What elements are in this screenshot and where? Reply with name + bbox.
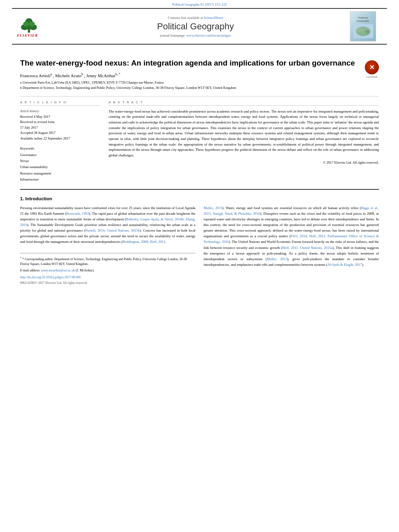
intro-col-right: Muller, 2015). Water, energy and food sy…: [204, 205, 379, 286]
footnote-email-line: E-mail address: jenny.mcarthur@ucl.ac.uk…: [20, 268, 195, 273]
info-abstract-section: A R T I C L E I N F O Article history: R…: [20, 101, 379, 183]
email-label: E-mail address:: [20, 269, 40, 272]
section-number: 1.: [20, 196, 24, 201]
elsevier-logo-block: ELSEVIER: [17, 15, 41, 37]
ref-bulkeley: Bulkeley, Luque-Ayala, & Silver, 2014b; …: [20, 217, 195, 227]
journal-cover-thumbnail: Political Geography: [350, 11, 376, 41]
crossmark-badge: ✕ CrossMark: [365, 60, 379, 78]
doi-line: http://dx.doi.org/10.1016/j.polgeo.2017.…: [20, 275, 195, 280]
sciencedirect-link[interactable]: ScienceDirect: [204, 16, 223, 20]
main-content: ✕ CrossMark The water-energy-food nexus:…: [0, 45, 399, 294]
header-divider: [20, 96, 379, 97]
authors-line: Francesca Artiolia , Michele Acutob , Je…: [20, 72, 379, 78]
affiliation-b: b Department of Science, Technology, Eng…: [20, 85, 379, 90]
ref-muller-start: Muller, 2015: [204, 206, 222, 210]
copyright-line: © 2017 Elsevier Ltd. All rights reserved…: [109, 160, 379, 164]
journal-homepage: journal homepage: www.elsevier.com/locat…: [41, 33, 350, 37]
sciencedirect-prefix: Contents lists available at: [168, 16, 203, 20]
received-date: Received 4 May 2017: [20, 114, 101, 120]
introduction-title: 1. Introduction: [20, 196, 379, 201]
homepage-prefix: journal homepage:: [160, 33, 186, 37]
article-info-column: A R T I C L E I N F O Article history: R…: [20, 101, 101, 183]
page: Political Geography 61 (2017) 215–223 EL…: [0, 0, 399, 294]
footnote-star: * * Corresponding author. Department of …: [20, 256, 195, 267]
author-b-sup: b: [81, 72, 83, 76]
svg-point-6: [29, 21, 35, 27]
ref-parnell: Parnell, 2016; United Nations, 2015b: [85, 228, 140, 232]
issn-line: 0962-6298/© 2017 Elsevier Ltd. All right…: [20, 281, 195, 286]
keywords-label: Keywords:: [20, 146, 101, 150]
section-divider: [20, 189, 379, 190]
homepage-url[interactable]: www.elsevier.com/locate/polgeo: [186, 33, 231, 37]
affiliations: a Université Paris-Est, Lab'Urba (EA 348…: [20, 80, 379, 90]
keyword-infrastructure: Infrastructure: [20, 177, 101, 183]
elsevier-brand-text: ELSEVIER: [17, 33, 38, 37]
keyword-nexus: Nexus: [20, 158, 101, 164]
doi-link[interactable]: http://dx.doi.org/10.1016/j.polgeo.2017.…: [20, 275, 80, 279]
elsevier-tree-icon: [17, 15, 41, 33]
author-c-sup: b, *: [115, 72, 120, 76]
ref-bosworth: Bosworth, 1993: [66, 212, 89, 216]
crossmark-icon: ✕: [369, 64, 374, 71]
footnotes: * * Corresponding author. Department of …: [20, 253, 195, 286]
revised-label: Received in revised form: [20, 119, 101, 125]
keywords-section: Keywords: Governance Nexus Urban sustain…: [20, 146, 101, 183]
intro-para-right: Muller, 2015). Water, energy and food sy…: [204, 205, 379, 267]
available-date: Available online 22 September 2017: [20, 136, 101, 142]
article-info-label: A R T I C L E I N F O: [20, 101, 101, 106]
ref-fao: FAO, 2014; Hoff, 2011; Parliamentary Off…: [204, 234, 379, 244]
journal-reference: Political Geography 61 (2017) 215–223: [0, 0, 399, 8]
affiliation-a: a Université Paris-Est, Lab'Urba (EA 348…: [20, 80, 379, 85]
email-note: (J. McArthur).: [76, 269, 94, 272]
journal-title: Political Geography: [41, 21, 350, 32]
author-a-sup: a: [50, 72, 52, 76]
author-artioli: Francesca Artioli: [20, 73, 50, 78]
journal-header-center: Contents lists available at ScienceDirec…: [41, 16, 350, 37]
introduction-body: Pressing environmental sustainability is…: [20, 205, 379, 286]
email-link[interactable]: jenny.mcarthur@ucl.ac.uk: [41, 269, 75, 272]
keyword-urban-sustainability: Urban sustainability: [20, 164, 101, 170]
author-acuto: , Michele Acuto: [53, 73, 82, 78]
keyword-governance: Governance: [20, 152, 101, 158]
crossmark-circle: ✕: [365, 60, 379, 74]
intro-para-left: Pressing environmental sustainability is…: [20, 205, 195, 244]
crossmark-label: CrossMark: [365, 75, 379, 78]
abstract-label: A B S T R A C T: [109, 101, 379, 106]
abstract-text: The water-energy-food nexus has achieved…: [109, 109, 379, 158]
abstract-column: A B S T R A C T The water-energy-food ne…: [109, 101, 379, 183]
author-mcarthur: , Jenny McArthur: [84, 73, 115, 78]
article-title: The water-energy-food nexus: An integrat…: [20, 58, 379, 68]
keyword-resource-management: Resource management: [20, 170, 101, 177]
svg-point-11: [359, 31, 367, 35]
svg-point-5: [23, 21, 29, 27]
journal-ref-text: Political Geography 61 (2017) 215–223: [172, 2, 227, 6]
ref-biggs: Biggs et al., 2015; Smajgl, Ward, & Plus…: [204, 206, 379, 216]
sciencedirect-line: Contents lists available at ScienceDirec…: [41, 16, 350, 20]
history-label: Article history:: [20, 109, 101, 114]
ref-hoff: Hoff, 2011; United Nations, 2015a: [282, 246, 333, 250]
cover-label: Political Geography: [350, 14, 376, 24]
journal-header: ELSEVIER Contents lists available at Sci…: [12, 8, 387, 45]
ref-beddington: Beddington, 2009; Hoff, 2011;: [123, 240, 166, 244]
section-title-text: Introduction: [25, 196, 52, 201]
article-history: Article history: Received 4 May 2017 Rec…: [20, 109, 101, 142]
footnote-corresponding: * Corresponding author. Department of Sc…: [20, 257, 187, 266]
footnote-star-sup: *: [20, 256, 22, 259]
journal-cover-area: Political Geography: [350, 11, 382, 41]
article-title-area: ✕ CrossMark The water-energy-food nexus:…: [20, 58, 379, 68]
intro-col-left: Pressing environmental sustainability is…: [20, 205, 195, 286]
ref-muller-2015: Muller, 2015: [267, 257, 287, 261]
accepted-date: Accepted 28 August 2017: [20, 130, 101, 136]
revised-date: 17 July 2017: [20, 125, 101, 131]
ref-al-saidi: Al-Saidi & Elagib, 2017: [327, 263, 362, 267]
introduction-section: 1. Introduction Pressing environmental s…: [20, 196, 379, 286]
cover-map-icon: [353, 24, 373, 38]
